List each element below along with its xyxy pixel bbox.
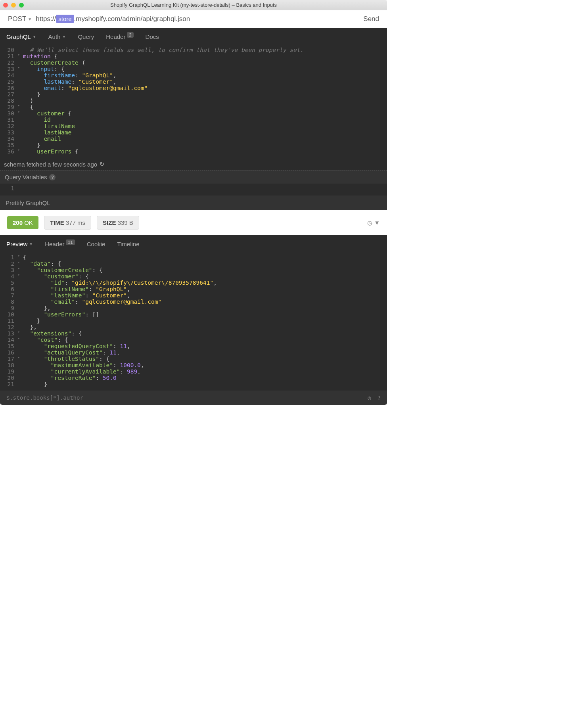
query-variables-editor[interactable]: 1 [0,184,387,195]
tab-graphql[interactable]: GraphQL ▼ [6,33,36,40]
line-number: 28 [0,98,17,104]
tab-query[interactable]: Query [78,33,94,40]
code-line[interactable]: 14 "cost": { [0,337,387,343]
code-line[interactable]: 21mutation { [0,53,387,59]
query-variables-header[interactable]: Query Variables ? [0,170,387,184]
response-status-bar: 200 OK TIME 377 ms SIZE 339 B ◷ ▼ [0,210,387,235]
line-number: 6 [0,286,17,292]
code-line[interactable]: 23 input: { [0,66,387,72]
code-line[interactable]: 18 "maximumAvailable": 1000.0, [0,362,387,368]
tab-docs[interactable]: Docs [146,33,159,40]
code-line[interactable]: 26 email: "gqlcustomer@gmail.com" [0,85,387,91]
chevron-down-icon: ▼ [28,17,32,21]
line-number: 32 [0,123,17,129]
code-line[interactable]: 32 firstName [0,123,387,129]
code-line[interactable]: 36 userErrors { [0,148,387,155]
code-line[interactable]: 6 "firstName": "GraphQL", [0,286,387,292]
status-code-badge: 200 OK [7,216,38,229]
schema-status-text: schema fetched a few seconds ago [4,161,97,168]
line-number: 14 [0,337,17,343]
app-window: Shopify GraphQL Learning Kit (my-test-st… [0,0,387,405]
url-variable-chip[interactable]: store [56,15,74,23]
code-line[interactable]: 35 } [0,142,387,148]
line-number: 24 [0,72,17,79]
code-line[interactable]: 17 "throttleStatus": { [0,356,387,362]
prettify-button[interactable]: Prettify GraphQL [0,195,387,210]
code-line[interactable]: 15 "requestedQueryCost": 11, [0,343,387,349]
code-line[interactable]: 9 }, [0,305,387,311]
code-line[interactable]: 22 customerCreate ( [0,59,387,66]
code-line[interactable]: 20 "restoreRate": 50.0 [0,375,387,381]
code-line[interactable]: 5 "id": "gid:\/\/shopify\/Customer\/8709… [0,280,387,286]
jsonpath-input[interactable]: $.store.books[*].author [6,395,83,401]
code-line[interactable]: 2 "data": { [0,261,387,267]
clock-icon[interactable]: ◷ [368,395,371,401]
tab-preview[interactable]: Preview ▼ [6,241,33,247]
code-line[interactable]: 1{ [0,254,387,261]
chevron-down-icon: ▼ [29,242,33,246]
tab-timeline[interactable]: Timeline [117,241,139,247]
send-button[interactable]: Send [363,15,379,23]
code-line[interactable]: 16 "actualQueryCost": 11, [0,349,387,356]
response-filter-bar: $.store.books[*].author ◷ ? [0,391,387,405]
tab-resp-header[interactable]: Header 31 [45,241,75,247]
chevron-down-icon: ▼ [62,34,66,39]
line-number: 34 [0,136,17,142]
line-number: 13 [0,330,17,337]
line-number: 27 [0,91,17,98]
header-count-badge: 2 [127,32,133,38]
code-line[interactable]: 20 # We'll select these fields as well, … [0,47,387,53]
line-number: 21 [0,53,17,59]
line-number: 36 [0,148,17,155]
line-number: 21 [0,381,17,387]
chevron-down-icon: ▼ [33,34,36,39]
line-number: 29 [0,104,17,110]
code-line[interactable]: 30 customer { [0,110,387,117]
line-number: 1 [0,254,17,261]
method-selector[interactable]: POST ▼ [8,15,32,23]
code-line[interactable]: 7 "lastName": "Customer", [0,292,387,299]
line-number: 35 [0,142,17,148]
code-line[interactable]: 29 { [0,104,387,110]
tab-header[interactable]: Header 2 [106,33,133,40]
graphql-editor[interactable]: 20 # We'll select these fields as well, … [0,45,387,158]
code-line[interactable]: 3 "customerCreate": { [0,267,387,273]
line-number: 20 [0,47,17,53]
help-icon[interactable]: ? [378,395,381,401]
code-line[interactable]: 11 } [0,318,387,324]
code-line[interactable]: 33 lastName [0,129,387,136]
schema-status-bar: schema fetched a few seconds ago ↻ [0,158,387,170]
code-line[interactable]: 27 } [0,91,387,98]
code-line[interactable]: 4 "customer": { [0,273,387,280]
refresh-icon[interactable]: ↻ [100,161,105,168]
code-line[interactable]: 34 email [0,136,387,142]
code-line[interactable]: 10 "userErrors": [] [0,311,387,318]
code-line[interactable]: 24 firstName: "GraphQL", [0,72,387,79]
titlebar: Shopify GraphQL Learning Kit (my-test-st… [0,0,387,10]
code-line[interactable]: 12 }, [0,324,387,330]
code-line[interactable]: 21 } [0,381,387,387]
size-badge: SIZE 339 B [97,216,139,230]
tab-cookie[interactable]: Cookie [87,241,105,247]
line-number: 30 [0,110,17,117]
line-number: 2 [0,261,17,267]
url-input[interactable]: https://store.myshopify.com/admin/api/gr… [36,15,363,23]
request-tabs: GraphQL ▼ Auth ▼ Query Header 2 Docs [0,28,387,45]
code-line[interactable]: 8 "email": "gqlcustomer@gmail.com" [0,299,387,305]
line-number: 16 [0,349,17,356]
response-viewer[interactable]: 1{2 "data": {3 "customerCreate": {4 "cus… [0,253,387,391]
line-number: 8 [0,299,17,305]
line-number: 17 [0,356,17,362]
line-number: 3 [0,267,17,273]
code-line[interactable]: 31 id [0,117,387,123]
header-count-badge: 31 [66,239,75,245]
line-number: 9 [0,305,17,311]
code-line[interactable]: 13 "extensions": { [0,330,387,337]
help-icon[interactable]: ? [49,174,56,180]
response-tabs: Preview ▼ Header 31 Cookie Timeline [0,235,387,253]
code-line[interactable]: 25 lastName: "Customer", [0,79,387,85]
code-line[interactable]: 28 ) [0,98,387,104]
code-line[interactable]: 19 "currentlyAvailable": 989, [0,368,387,375]
tab-auth[interactable]: Auth ▼ [48,33,66,40]
history-button[interactable]: ◷ ▼ [367,219,380,226]
